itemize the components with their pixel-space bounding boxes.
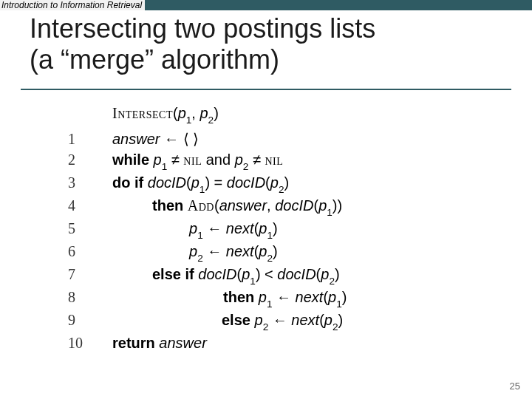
algo-line-6: 6 p2 ← next(p2) — [68, 243, 347, 262]
header-bar: Introduction to Information Retrieval — [0, 0, 532, 10]
algo-line-10: 10 return answer — [68, 335, 347, 352]
header-fill — [145, 0, 532, 10]
fn-name: Intersect — [112, 105, 173, 121]
algo-line-4: 4 then Add(answer, docID(p1)) — [68, 197, 347, 216]
algo-line-1: 1 answer ← ⟨ ⟩ — [68, 130, 347, 148]
algo-line-2: 2 while p1 ≠ nil and p2 ≠ nil — [68, 151, 347, 171]
algo-line-7: 7 else if docID(p1) < docID(p2) — [68, 266, 347, 285]
algo-line-3: 3 do if docID(p1) = docID(p2) — [68, 174, 347, 194]
page-number: 25 — [510, 381, 520, 392]
algorithm-block: Intersect(p1, p2) 1 answer ← ⟨ ⟩ 2 while… — [68, 105, 347, 355]
algo-line-9: 9 else p2 ← next(p2) — [68, 312, 347, 331]
title-line1: Intersecting two postings lists — [30, 13, 375, 44]
algo-line-8: 8 then p1 ← next(p1) — [68, 289, 347, 308]
course-label: Introduction to Information Retrieval — [0, 0, 145, 10]
algo-head: Intersect(p1, p2) — [112, 105, 347, 124]
title-line2: (a “merge” algorithm) — [30, 44, 279, 75]
title-rule — [21, 89, 511, 90]
slide-title: Intersecting two postings lists (a “merg… — [30, 13, 375, 76]
algo-line-5: 5 p1 ← next(p1) — [68, 220, 347, 239]
